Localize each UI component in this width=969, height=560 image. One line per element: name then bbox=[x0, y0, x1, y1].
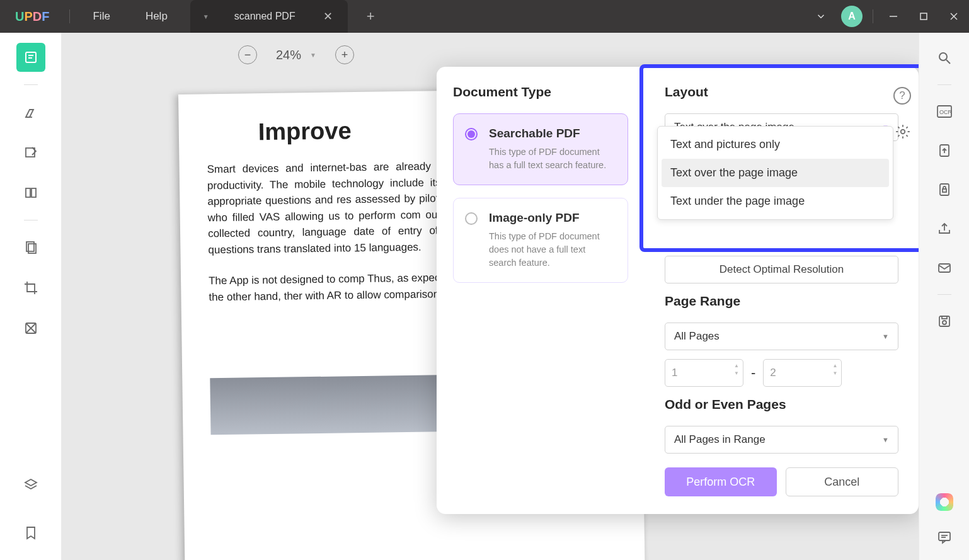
svg-rect-20 bbox=[940, 184, 949, 195]
svg-rect-21 bbox=[943, 189, 946, 192]
page-range-select[interactable]: All Pages ▼ bbox=[665, 323, 898, 350]
svg-rect-1 bbox=[920, 13, 927, 20]
crop-tool[interactable] bbox=[16, 273, 45, 302]
searchable-pdf-option[interactable]: Searchable PDF This type of PDF document… bbox=[453, 113, 628, 185]
ocr-icon[interactable]: OCR bbox=[932, 99, 957, 124]
maximize-icon[interactable] bbox=[909, 1, 939, 31]
minimize-icon[interactable] bbox=[878, 1, 909, 31]
separator bbox=[873, 9, 873, 23]
page-range-heading: Page Range bbox=[665, 294, 898, 309]
radio-icon bbox=[465, 212, 478, 225]
separator bbox=[937, 84, 951, 85]
radio-icon bbox=[465, 128, 478, 140]
separator bbox=[24, 220, 38, 220]
save-icon[interactable] bbox=[932, 309, 957, 334]
svg-point-15 bbox=[939, 53, 947, 60]
range-dash: - bbox=[751, 365, 755, 381]
organize-tool[interactable] bbox=[16, 233, 45, 262]
menu-help[interactable]: Help bbox=[128, 10, 185, 23]
zoom-out-button[interactable]: − bbox=[238, 45, 257, 64]
chevron-down-icon[interactable] bbox=[806, 1, 836, 31]
close-window-icon[interactable] bbox=[939, 1, 969, 31]
help-icon[interactable]: ? bbox=[893, 87, 911, 105]
odd-even-select[interactable]: All Pages in Range ▼ bbox=[665, 426, 898, 454]
bookmark-icon[interactable] bbox=[16, 518, 45, 547]
option-title: Searchable PDF bbox=[489, 127, 615, 140]
edit-text-tool[interactable] bbox=[16, 138, 45, 167]
detect-resolution-button[interactable]: Detect Optimal Resolution bbox=[665, 256, 898, 283]
search-icon[interactable] bbox=[932, 45, 957, 71]
layers-icon[interactable] bbox=[16, 471, 45, 500]
brand-logo-icon[interactable] bbox=[936, 493, 953, 511]
share-icon[interactable] bbox=[932, 216, 957, 241]
pages-tool[interactable] bbox=[16, 178, 45, 207]
redact-tool[interactable] bbox=[16, 314, 45, 343]
document-canvas: − 24% ▼ + Improve Smart devices and inte… bbox=[62, 33, 919, 560]
svg-text:OCR: OCR bbox=[939, 109, 953, 115]
app-logo: UPDF bbox=[0, 9, 64, 24]
comment-icon[interactable] bbox=[932, 525, 957, 550]
convert-icon[interactable] bbox=[932, 138, 957, 163]
titlebar: UPDF File Help ▼ scanned PDF ✕ + A bbox=[0, 0, 969, 33]
separator bbox=[69, 9, 70, 23]
caret-down-icon: ▼ bbox=[882, 333, 889, 340]
zoom-in-button[interactable]: + bbox=[335, 45, 354, 64]
layout-option-text-pictures[interactable]: Text and pictures only bbox=[662, 130, 889, 159]
workarea: − 24% ▼ + Improve Smart devices and inte… bbox=[0, 33, 969, 560]
svg-rect-10 bbox=[32, 188, 36, 197]
odd-even-value: All Pages in Range bbox=[674, 433, 765, 446]
image-only-pdf-option[interactable]: Image-only PDF This type of PDF document… bbox=[453, 198, 628, 283]
svg-line-16 bbox=[946, 60, 950, 64]
zoom-controls: − 24% ▼ + bbox=[238, 45, 354, 64]
caret-down-icon: ▼ bbox=[882, 436, 889, 443]
separator bbox=[24, 84, 38, 85]
zoom-value: 24% bbox=[276, 48, 301, 62]
highlight-tool[interactable] bbox=[16, 98, 45, 127]
doc-image-placeholder bbox=[210, 375, 450, 435]
separator bbox=[937, 294, 951, 295]
ocr-dialog: Document Type Searchable PDF This type o… bbox=[437, 67, 919, 514]
email-icon[interactable] bbox=[932, 255, 957, 280]
option-title: Image-only PDF bbox=[489, 211, 615, 225]
add-tab-button[interactable]: + bbox=[348, 8, 394, 25]
protect-icon[interactable] bbox=[932, 177, 957, 202]
page-range-value: All Pages bbox=[674, 330, 720, 343]
svg-rect-26 bbox=[939, 532, 950, 540]
layout-option-text-under[interactable]: Text under the page image bbox=[662, 187, 889, 215]
left-toolbar bbox=[0, 33, 62, 560]
menu-file[interactable]: File bbox=[75, 10, 127, 23]
page-to-input[interactable]: 2 ▲▼ bbox=[763, 359, 842, 387]
right-toolbar: OCR bbox=[919, 33, 969, 560]
layout-dropdown: Text and pictures only Text over the pag… bbox=[657, 126, 893, 220]
option-description: This type of PDF document has a full tex… bbox=[489, 146, 615, 172]
perform-ocr-button[interactable]: Perform OCR bbox=[665, 467, 777, 496]
tab-title: scanned PDF bbox=[234, 11, 295, 22]
option-description: This type of PDF document does not have … bbox=[489, 230, 615, 270]
svg-point-14 bbox=[901, 130, 905, 134]
reader-tool[interactable] bbox=[16, 43, 45, 72]
document-tab[interactable]: ▼ scanned PDF ✕ bbox=[190, 0, 348, 33]
cancel-button[interactable]: Cancel bbox=[786, 467, 899, 496]
zoom-level[interactable]: 24% ▼ bbox=[276, 48, 316, 62]
svg-rect-25 bbox=[942, 316, 947, 319]
odd-even-heading: Odd or Even Pages bbox=[665, 397, 898, 412]
layout-option-text-over[interactable]: Text over the page image bbox=[662, 159, 889, 187]
layout-heading: Layout bbox=[665, 84, 898, 100]
close-tab-icon[interactable]: ✕ bbox=[321, 7, 335, 26]
page-from-input[interactable]: 1 ▲▼ bbox=[665, 359, 743, 387]
document-type-heading: Document Type bbox=[453, 84, 628, 100]
chevron-down-icon: ▼ bbox=[310, 52, 316, 59]
svg-rect-22 bbox=[939, 264, 950, 272]
svg-point-24 bbox=[943, 321, 946, 324]
svg-rect-9 bbox=[26, 188, 30, 197]
gear-icon[interactable] bbox=[895, 123, 911, 140]
user-avatar[interactable]: A bbox=[841, 6, 863, 27]
